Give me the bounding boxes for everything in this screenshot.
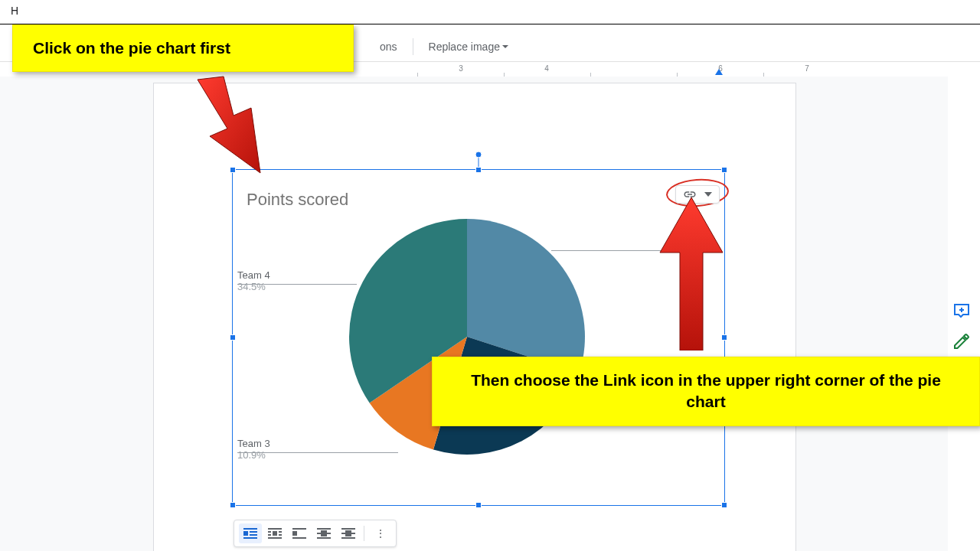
chart-title: Points scored bbox=[247, 190, 348, 210]
svg-rect-1 bbox=[243, 531, 248, 536]
chevron-down-icon bbox=[502, 45, 508, 48]
svg-rect-9 bbox=[279, 531, 282, 533]
svg-rect-13 bbox=[292, 531, 297, 536]
replace-image-button[interactable]: Replace image bbox=[429, 41, 508, 53]
document-canvas: Points scored Team 4 34.5% Team bbox=[0, 77, 948, 551]
resize-handle-n[interactable] bbox=[475, 167, 482, 173]
slice-label-team3: Team 3 10.9% bbox=[237, 438, 270, 461]
chevron-down-icon bbox=[704, 192, 712, 197]
svg-rect-6 bbox=[273, 531, 277, 536]
svg-rect-0 bbox=[243, 528, 257, 530]
svg-rect-4 bbox=[243, 537, 257, 539]
resize-handle-s[interactable] bbox=[475, 502, 482, 508]
svg-rect-5 bbox=[268, 528, 282, 530]
pie-chart-object[interactable]: Points scored Team 4 34.5% Team bbox=[232, 169, 725, 506]
svg-rect-16 bbox=[317, 528, 331, 530]
resize-handle-nw[interactable] bbox=[230, 167, 236, 173]
rotate-handle[interactable] bbox=[475, 152, 482, 158]
suggest-edit-icon[interactable] bbox=[952, 332, 971, 350]
page[interactable]: Points scored Team 4 34.5% Team bbox=[153, 83, 796, 551]
svg-rect-10 bbox=[279, 534, 282, 536]
ruler-tick-4: 4 bbox=[544, 64, 549, 73]
side-tools bbox=[952, 302, 971, 350]
ruler-tick-7: 7 bbox=[805, 64, 809, 73]
toolbar: ons Replace image bbox=[380, 38, 508, 55]
slice-pct: 34.5% bbox=[237, 281, 270, 292]
svg-rect-18 bbox=[317, 537, 331, 539]
annotation-callout-1: Click on the pie chart first bbox=[12, 24, 354, 72]
svg-rect-2 bbox=[250, 531, 257, 533]
inline-align-button[interactable] bbox=[239, 523, 262, 543]
linked-chart-chip[interactable] bbox=[675, 185, 720, 204]
behind-text-button[interactable] bbox=[312, 523, 335, 543]
replace-image-label: Replace image bbox=[429, 41, 500, 53]
slice-pct: 10.9% bbox=[237, 449, 270, 461]
slice-name: Team 4 bbox=[237, 269, 270, 281]
resize-handle-se[interactable] bbox=[721, 502, 727, 508]
svg-rect-7 bbox=[268, 531, 271, 533]
svg-rect-3 bbox=[250, 534, 257, 536]
svg-rect-14 bbox=[292, 537, 306, 539]
svg-rect-22 bbox=[345, 530, 351, 536]
image-options-button[interactable]: ons bbox=[380, 41, 397, 53]
toolbar-divider bbox=[364, 526, 364, 541]
resize-handle-e[interactable] bbox=[721, 334, 727, 341]
slice-label-team4: Team 4 34.5% bbox=[237, 269, 270, 292]
svg-rect-17 bbox=[317, 533, 331, 534]
slice-name: Team 3 bbox=[237, 438, 270, 449]
svg-rect-19 bbox=[341, 528, 355, 530]
link-icon bbox=[683, 190, 697, 199]
more-options-button[interactable]: ⋮ bbox=[368, 523, 391, 543]
resize-handle-ne[interactable] bbox=[721, 167, 727, 173]
in-front-of-text-button[interactable] bbox=[337, 523, 360, 543]
toolbar-divider bbox=[413, 38, 413, 55]
resize-handle-w[interactable] bbox=[230, 334, 236, 341]
svg-rect-21 bbox=[341, 537, 355, 539]
break-text-button[interactable] bbox=[288, 523, 311, 543]
menu-help-partial[interactable]: H bbox=[11, 5, 18, 17]
add-comment-icon[interactable] bbox=[952, 302, 971, 320]
wrap-text-button[interactable] bbox=[263, 523, 286, 543]
image-layout-toolbar: ⋮ bbox=[234, 520, 397, 547]
svg-rect-12 bbox=[292, 528, 306, 530]
annotation-callout-2: Then choose the Link icon in the upper r… bbox=[432, 357, 980, 426]
ruler-tick-3: 3 bbox=[459, 64, 463, 73]
svg-rect-11 bbox=[268, 537, 282, 539]
menu-bar: H bbox=[0, 0, 980, 24]
resize-handle-sw[interactable] bbox=[230, 502, 236, 508]
indent-marker-icon[interactable] bbox=[715, 69, 723, 75]
svg-rect-8 bbox=[268, 534, 271, 536]
more-vert-icon: ⋮ bbox=[375, 528, 385, 539]
